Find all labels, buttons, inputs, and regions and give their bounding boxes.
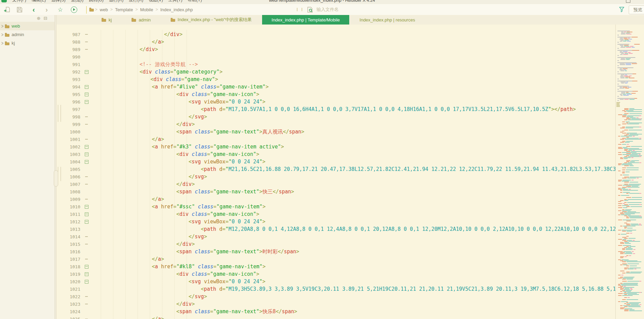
code-line[interactable]: 992<div class="game-category"> — [57, 68, 615, 76]
fold-toggle[interactable] — [82, 220, 91, 224]
code-area[interactable]: 987</div>988</a>989</div>990991<!-- 游戏分类… — [57, 25, 644, 319]
code-line[interactable]: 994<a href="#live" class="game-nav-item"… — [57, 83, 615, 91]
code-line[interactable]: 1016<span class="game-nav-text">时时彩</spa… — [57, 248, 615, 255]
code-line[interactable]: 993<div class="game-nav"> — [57, 76, 615, 83]
code-line[interactable]: 1006</svg> — [57, 173, 615, 180]
maximize-button[interactable] — [626, 0, 630, 3]
code-line[interactable]: 1010<a href="#ssc" class="game-nav-item"… — [57, 203, 615, 210]
fold-toggle[interactable] — [82, 100, 91, 104]
code-line[interactable]: 1015</div> — [57, 240, 615, 248]
line-number: 1018 — [57, 264, 82, 269]
fold-toggle[interactable] — [82, 70, 91, 74]
tab-template-mobile[interactable]: Index_index.php | Template/Mobile — [262, 15, 349, 25]
file-search[interactable]: 输入文件名 — [297, 4, 339, 15]
code-text: <div class="game-nav-icon"> — [176, 151, 259, 157]
fold-toggle[interactable] — [82, 93, 91, 96]
code-line[interactable]: 1012<svg viewBox="0 0 24 24"> — [57, 218, 615, 225]
code-line[interactable]: 1002<a href="#k3" class="game-nav-item a… — [57, 143, 615, 150]
splitter-grip[interactable] — [54, 170, 58, 187]
sidebar-item-admin[interactable]: >admin — [0, 30, 54, 39]
fold-gutter — [82, 244, 91, 244]
code-line[interactable]: 1003<div class="game-nav-icon"> — [57, 150, 615, 158]
code-line[interactable]: 1000<span class="game-nav-text">真人视讯</sp… — [57, 128, 615, 135]
code-line[interactable]: 1021<path d="M19,3H5C3.89,3 3,3.89 3,5V1… — [57, 285, 615, 293]
fold-toggle[interactable] — [82, 160, 91, 164]
favorite-button[interactable]: ☆ — [56, 5, 65, 14]
code-line[interactable]: 988</a> — [57, 38, 615, 46]
code-line[interactable]: 1020<svg viewBox="0 0 24 24"> — [57, 278, 615, 285]
code-line[interactable]: 989</div> — [57, 46, 615, 53]
back-button[interactable]: ‹ — [29, 5, 38, 14]
code-text: </a> — [152, 316, 164, 319]
code-line[interactable]: 999</div> — [57, 121, 615, 128]
code-line[interactable]: 1004<svg viewBox="0 0 24 24"> — [57, 158, 615, 165]
code-line[interactable]: 1005<path d="M21,16.5C21,16.88 20.79,17.… — [57, 165, 615, 173]
code-text: <a href="#kl8" class="game-nav-item"> — [152, 264, 265, 270]
line-number: 999 — [57, 122, 82, 127]
locate-file-icon[interactable]: ⊕ — [37, 16, 41, 21]
line-number: 1002 — [57, 144, 82, 149]
forward-button[interactable]: › — [42, 5, 51, 14]
fold-toggle[interactable] — [82, 280, 91, 284]
code-text: </div> — [176, 121, 195, 127]
code-line[interactable]: 998</svg> — [57, 113, 615, 121]
breadcrumb-item[interactable]: Mobile — [139, 7, 155, 12]
code-line[interactable]: 1007</div> — [57, 180, 615, 188]
fold-toggle[interactable] — [82, 153, 91, 156]
tab-search-results[interactable]: Index_index.php - "web"中的搜索结果 — [161, 15, 261, 25]
folder-icon — [89, 7, 94, 12]
code-line[interactable]: 1022</svg> — [57, 293, 615, 300]
breadcrumb-item[interactable]: Index_index.php — [159, 7, 194, 12]
sidebar-item-kj[interactable]: >kj — [0, 39, 54, 47]
tab-admin[interactable]: admin — [122, 15, 160, 25]
search-placeholder: 输入文件名 — [317, 6, 339, 13]
code-line[interactable]: 1014</svg> — [57, 233, 615, 240]
code-line[interactable]: 1018<a href="#kl8" class="game-nav-item"… — [57, 263, 615, 270]
fold-toggle[interactable] — [82, 205, 91, 209]
sidebar-item-web[interactable]: >web — [0, 22, 54, 30]
code-line[interactable]: 1025</a> — [57, 315, 615, 319]
code-line[interactable]: 987</div> — [57, 31, 615, 38]
expand-chevron-icon[interactable]: > — [0, 32, 5, 37]
run-button[interactable] — [69, 5, 78, 14]
code-text: </a> — [152, 39, 164, 45]
breadcrumb-item[interactable]: web — [98, 7, 109, 12]
code-line[interactable]: 1011<div class="game-nav-icon"> — [57, 210, 615, 218]
collapse-all-icon[interactable]: ⊟ — [44, 16, 47, 21]
folder-icon — [5, 24, 10, 28]
fold-toggle[interactable] — [82, 272, 91, 276]
tab-label: admin — [139, 17, 150, 22]
preview-button[interactable]: 预览 — [629, 5, 644, 14]
search-file-icon — [307, 6, 313, 13]
code-line[interactable]: 1023</div> — [57, 300, 615, 308]
fold-toggle[interactable] — [82, 145, 91, 149]
fold-gutter — [82, 236, 91, 237]
code-line[interactable]: 1024<span class="game-nav-text">快乐8</spa… — [57, 308, 615, 315]
expand-chevron-icon[interactable]: > — [0, 41, 5, 46]
breadcrumb-item[interactable]: Template — [114, 7, 134, 12]
code-line[interactable]: 991<!-- 游戏分类导航 --> — [57, 61, 615, 68]
filter-funnel-icon[interactable] — [619, 6, 625, 13]
save-button[interactable] — [15, 5, 24, 14]
fold-toggle[interactable] — [82, 212, 91, 216]
code-line[interactable]: 1008<span class="game-nav-text">快三</span… — [57, 188, 615, 195]
code-line[interactable]: 1019<div class="game-nav-icon"> — [57, 270, 615, 278]
code-line[interactable]: 995<div class="game-nav-icon"> — [57, 91, 615, 98]
code-line[interactable]: 996<svg viewBox="0 0 24 24"> — [57, 98, 615, 106]
code-line[interactable]: 1001</a> — [57, 135, 615, 143]
code-text: </svg> — [189, 234, 207, 240]
new-file-button[interactable] — [3, 5, 12, 14]
code-line[interactable]: 997<path d="M17,10.5V7A1,1 0 0,0 16,6H4A… — [57, 106, 615, 113]
minimap[interactable] — [615, 25, 644, 319]
code-line[interactable]: 990 — [57, 53, 615, 61]
code-line[interactable]: 1017</a> — [57, 255, 615, 263]
expand-chevron-icon[interactable]: > — [0, 23, 5, 29]
fold-toggle[interactable] — [82, 265, 91, 269]
code-line[interactable]: 1013<path d="M12,20A8,8 0 0,1 4,12A8,8 0… — [57, 225, 615, 233]
tab-resources[interactable]: Index_index.php | resources — [350, 15, 424, 25]
tab-kj[interactable]: kj — [92, 15, 121, 25]
line-number: 1011 — [57, 212, 82, 217]
code-line[interactable]: 1009</a> — [57, 195, 615, 203]
line-number: 990 — [57, 54, 82, 60]
fold-toggle[interactable] — [82, 85, 91, 89]
